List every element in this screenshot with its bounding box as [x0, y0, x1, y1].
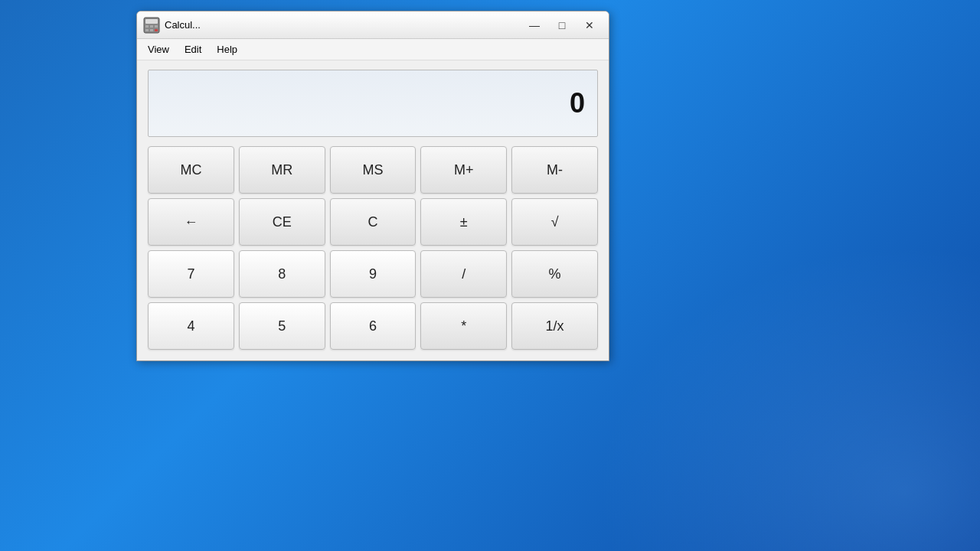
- sqrt-button[interactable]: √: [511, 198, 598, 246]
- menu-edit[interactable]: Edit: [177, 41, 209, 58]
- seven-button[interactable]: 7: [148, 250, 234, 298]
- window-controls: — □ ✕: [521, 16, 603, 34]
- control-row: ← CE C ± √: [148, 198, 598, 246]
- maximize-button[interactable]: □: [549, 16, 575, 34]
- svg-rect-1: [145, 19, 158, 24]
- buttons-area: MC MR MS M+ M- ← CE C ± √ 7 8 9 / % 4 5 …: [137, 143, 609, 360]
- title-bar: Calcul... — □ ✕: [137, 11, 609, 39]
- calculator-window: Calcul... — □ ✕ View Edit Help 0 MC MR M…: [136, 11, 609, 361]
- mplus-button[interactable]: M+: [420, 146, 507, 194]
- close-button[interactable]: ✕: [577, 16, 603, 34]
- mminus-button[interactable]: M-: [511, 146, 598, 194]
- mr-button[interactable]: MR: [239, 146, 325, 194]
- ms-button[interactable]: MS: [330, 146, 416, 194]
- reciprocal-button[interactable]: 1/x: [511, 302, 598, 350]
- menu-help[interactable]: Help: [209, 41, 245, 58]
- calculator-icon: [143, 17, 160, 34]
- svg-rect-6: [150, 29, 153, 31]
- backspace-button[interactable]: ←: [148, 198, 234, 246]
- display-area: 0: [148, 70, 598, 137]
- multiply-button[interactable]: *: [420, 302, 507, 350]
- svg-rect-5: [145, 29, 149, 31]
- five-button[interactable]: 5: [239, 302, 325, 350]
- memory-row: MC MR MS M+ M-: [148, 146, 598, 194]
- menu-view[interactable]: View: [140, 41, 177, 58]
- row-789: 7 8 9 / %: [148, 250, 598, 298]
- svg-rect-4: [155, 25, 158, 28]
- nine-button[interactable]: 9: [330, 250, 416, 298]
- eight-button[interactable]: 8: [239, 250, 325, 298]
- row-456: 4 5 6 * 1/x: [148, 302, 598, 350]
- c-button[interactable]: C: [330, 198, 416, 246]
- svg-rect-3: [150, 25, 153, 28]
- menu-bar: View Edit Help: [137, 39, 609, 60]
- mc-button[interactable]: MC: [148, 146, 234, 194]
- four-button[interactable]: 4: [148, 302, 234, 350]
- plusminus-button[interactable]: ±: [420, 198, 507, 246]
- percent-button[interactable]: %: [511, 250, 598, 298]
- svg-rect-7: [155, 29, 158, 31]
- display-value: 0: [570, 87, 585, 119]
- window-title: Calcul...: [165, 19, 521, 31]
- six-button[interactable]: 6: [330, 302, 416, 350]
- divide-button[interactable]: /: [420, 250, 507, 298]
- svg-rect-2: [145, 25, 149, 28]
- ce-button[interactable]: CE: [239, 198, 325, 246]
- minimize-button[interactable]: —: [521, 16, 547, 34]
